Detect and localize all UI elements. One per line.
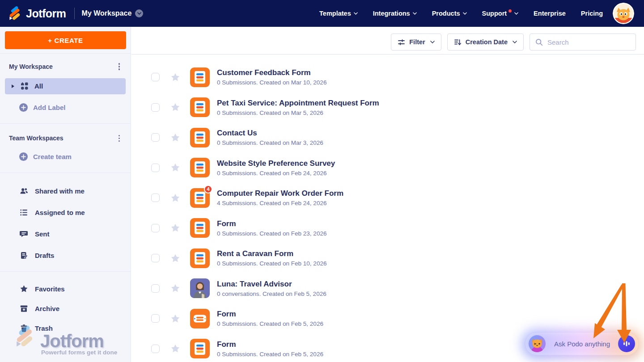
form-icon[interactable] [190, 158, 210, 177]
nav-link-support[interactable]: Support [482, 10, 519, 17]
card-form-icon[interactable] [190, 309, 210, 328]
row-checkbox[interactable] [151, 284, 160, 293]
podo-prompt-text[interactable]: Ask Podo anything [546, 340, 618, 348]
form-title[interactable]: Computer Repair Work Order Form [217, 189, 343, 198]
nav-link-enterprise[interactable]: Enterprise [534, 10, 566, 17]
jotform-brand[interactable]: Jotform [26, 7, 66, 20]
form-subtitle: 0 Submissions. Created on Mar 5, 2026 [217, 109, 379, 116]
row-checkbox[interactable] [151, 254, 160, 262]
nav-link-label: Integrations [373, 10, 410, 17]
sidebar-item-trash[interactable]: Trash [0, 318, 131, 338]
star-icon[interactable] [170, 283, 180, 293]
sidebar-item-archive[interactable]: Archive [0, 299, 131, 318]
draft-icon [20, 251, 28, 260]
star-icon[interactable] [170, 72, 180, 82]
all-grid-icon [20, 82, 29, 90]
plus-circle-icon [19, 152, 28, 161]
row-checkbox[interactable] [151, 224, 160, 232]
form-title[interactable]: Website Style Preference Survey [217, 159, 335, 168]
create-button[interactable]: + CREATE [5, 31, 126, 49]
form-subtitle: 0 Submissions. Created on Feb 5, 2026 [217, 351, 323, 358]
row-checkbox[interactable] [151, 103, 160, 112]
form-title[interactable]: Form [217, 310, 323, 319]
form-title[interactable]: Form [217, 219, 326, 228]
row-checkbox[interactable] [151, 133, 160, 142]
add-label-button[interactable]: Add Label [19, 103, 131, 112]
podo-voice-button[interactable] [618, 335, 635, 352]
podo-assistant-bar[interactable]: Ask Podo anything [525, 332, 639, 355]
agent-photo[interactable] [190, 278, 210, 298]
form-title[interactable]: Rent a Caravan Form [217, 249, 326, 258]
form-icon[interactable] [190, 248, 210, 268]
list-item: 4 Computer Repair Work Order Form 4 Subm… [151, 183, 644, 213]
star-icon[interactable] [170, 253, 180, 263]
nav-link-pricing[interactable]: Pricing [581, 10, 603, 17]
form-icon[interactable] [190, 67, 210, 87]
plus-circle-icon [19, 103, 28, 112]
form-icon[interactable]: 4 [190, 188, 210, 208]
form-icon[interactable] [190, 339, 210, 358]
form-title[interactable]: Luna: Travel Advisor [217, 280, 326, 289]
watermark-tagline: Powerful forms get it done [41, 349, 117, 356]
form-title[interactable]: Customer Feedback Form [217, 68, 326, 77]
create-team-button[interactable]: Create team [19, 152, 131, 161]
form-icon[interactable] [190, 218, 210, 238]
navbar-links: TemplatesIntegrationsProductsSupportEnte… [319, 10, 613, 17]
search-input[interactable] [547, 38, 630, 46]
sidebar-item-all[interactable]: All [5, 78, 126, 94]
form-subtitle: 4 Submissions. Created on Feb 24, 2026 [217, 200, 343, 206]
row-checkbox[interactable] [151, 314, 160, 323]
form-title[interactable]: Contact Us [217, 129, 323, 138]
form-title[interactable]: Pet Taxi Service: Appointment Request Fo… [217, 99, 379, 108]
sidebar-nav: Shared with meAssigned to meSentDrafts [0, 180, 131, 266]
sidebar-item-drafts[interactable]: Drafts [0, 244, 131, 266]
sidebar-item-label: Archive [35, 305, 59, 312]
trash-icon [20, 324, 28, 333]
star-icon[interactable] [170, 314, 180, 324]
list-item: Form 0 Submissions. Created on Feb 23, 2… [151, 213, 644, 244]
sidebar-item-assigned-to-me[interactable]: Assigned to me [0, 202, 131, 223]
form-title[interactable]: Form [217, 340, 323, 349]
sidebar-divider [0, 173, 131, 173]
team-workspaces-menu-icon[interactable] [116, 133, 123, 144]
nav-link-products[interactable]: Products [432, 10, 467, 17]
row-checkbox[interactable] [151, 345, 160, 353]
list-item: Website Style Preference Survey 0 Submis… [151, 153, 644, 183]
user-avatar[interactable] [613, 3, 634, 24]
podo-avatar [528, 335, 546, 353]
star-icon[interactable] [170, 223, 180, 233]
nav-divider [74, 8, 75, 19]
filter-button[interactable]: Filter [391, 34, 441, 51]
row-checkbox[interactable] [151, 164, 160, 172]
notification-dot [508, 9, 512, 13]
row-checkbox[interactable] [151, 73, 160, 81]
caret-right-icon[interactable] [11, 84, 15, 88]
form-icon[interactable] [190, 97, 210, 117]
form-subtitle: 0 Submissions. Created on Mar 10, 2026 [217, 79, 326, 86]
chevron-down-icon [135, 9, 143, 17]
workspace-switcher[interactable]: My Workspace [82, 9, 144, 17]
form-icon[interactable] [190, 128, 210, 147]
star-icon[interactable] [170, 193, 180, 203]
form-list: Customer Feedback Form 0 Submissions. Cr… [131, 55, 644, 362]
sidebar-item-favorites[interactable]: Favorites [0, 279, 131, 299]
sort-button[interactable]: Creation Date [447, 34, 524, 51]
nav-link-integrations[interactable]: Integrations [373, 10, 417, 17]
list-item: Customer Feedback Form 0 Submissions. Cr… [151, 62, 644, 93]
my-workspace-menu-icon[interactable] [116, 61, 123, 72]
row-checkbox[interactable] [151, 194, 160, 202]
sidebar-item-sent[interactable]: Sent [0, 223, 131, 244]
chevron-down-icon [354, 12, 358, 15]
star-icon[interactable] [170, 163, 180, 173]
star-icon[interactable] [170, 344, 180, 354]
form-subtitle: 0 Submissions. Created on Feb 24, 2026 [217, 170, 335, 177]
star-icon[interactable] [170, 133, 180, 143]
sidebar-nav-bottom: FavoritesArchiveTrash [0, 279, 131, 338]
nav-link-label: Templates [319, 10, 351, 17]
sidebar-item-label: Shared with me [35, 187, 85, 195]
nav-link-templates[interactable]: Templates [319, 10, 358, 17]
list-item: Contact Us 0 Submissions. Created on Mar… [151, 122, 644, 153]
filter-label: Filter [409, 38, 425, 46]
star-icon[interactable] [170, 102, 180, 112]
sidebar-item-shared-with-me[interactable]: Shared with me [0, 180, 131, 202]
